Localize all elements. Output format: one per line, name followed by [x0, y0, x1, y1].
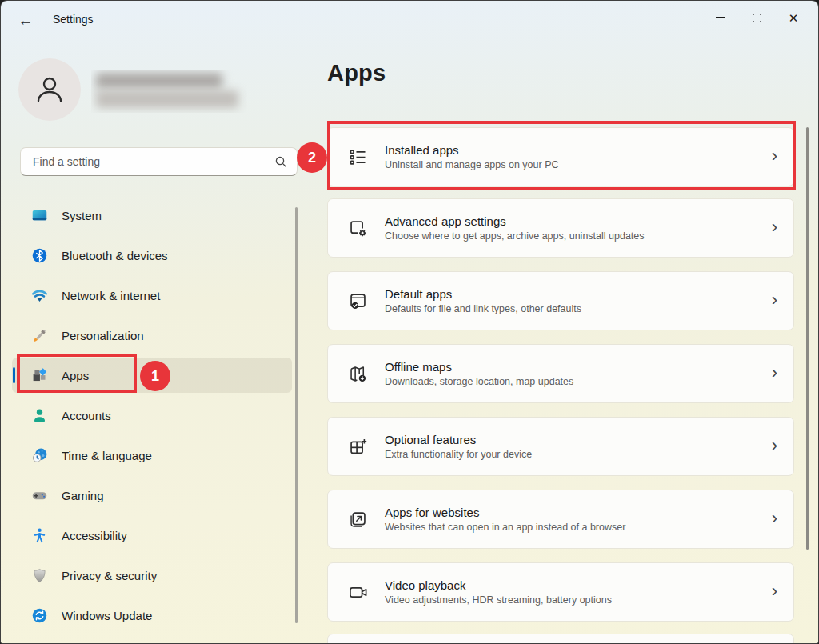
search-input[interactable]: Find a setting [20, 147, 298, 176]
gamepad-icon [31, 487, 48, 504]
clock-globe-icon [31, 447, 48, 464]
bluetooth-icon [31, 247, 48, 264]
sidebar-item-label: Bluetooth & devices [62, 249, 168, 262]
sidebar-item-accessibility[interactable]: Accessibility [12, 518, 292, 553]
sidebar-item-gaming[interactable]: Gaming [12, 478, 292, 513]
annotation-step-2: 2 [297, 142, 327, 173]
back-button[interactable]: ← [12, 9, 39, 33]
monitor-icon [31, 207, 48, 224]
apps-icon [31, 367, 48, 384]
card-partial-next[interactable] [327, 634, 794, 644]
chevron-right-icon: › [772, 508, 777, 529]
sidebar-item-label: System [62, 209, 102, 222]
card-subtitle: Websites that can open in an app instead… [385, 522, 625, 533]
chevron-right-icon: › [772, 146, 777, 166]
card-title: Apps for websites [385, 506, 625, 519]
user-name-redacted [91, 70, 247, 113]
card-title: Video playback [385, 578, 612, 592]
sidebar-item-label: Gaming [62, 489, 104, 502]
sidebar-item-label: Privacy & security [62, 569, 157, 582]
app-check-icon [347, 290, 369, 312]
accessibility-icon [31, 527, 48, 544]
sidebar-item-label: Accounts [62, 409, 111, 422]
card-subtitle: Choose where to get apps, archive apps, … [385, 230, 645, 242]
paintbrush-icon [31, 327, 48, 344]
chevron-right-icon: › [772, 290, 777, 310]
person-icon [31, 407, 48, 424]
chevron-right-icon: › [772, 581, 777, 602]
sync-icon [31, 607, 48, 624]
grid-plus-icon [347, 436, 369, 458]
titlebar: ← Settings ✕ [1, 1, 818, 39]
card-apps-for-websites[interactable]: Apps for websites Websites that can open… [327, 490, 794, 549]
window-controls: ✕ [701, 1, 812, 34]
card-offline-maps[interactable]: Offline maps Downloads, storage location… [327, 344, 794, 403]
wifi-icon [31, 287, 48, 304]
close-icon[interactable]: ✕ [775, 1, 812, 34]
sidebar-item-label: Accessibility [62, 529, 127, 542]
card-subtitle: Extra functionality for your device [385, 449, 532, 460]
settings-window: ← Settings ✕ Find a setting [0, 0, 819, 644]
card-installed-apps[interactable]: Installed apps Uninstall and manage apps… [327, 127, 794, 186]
sidebar-item-personalization[interactable]: Personalization [12, 318, 292, 353]
chevron-right-icon: › [772, 217, 777, 238]
card-optional-features[interactable]: Optional features Extra functionality fo… [327, 417, 794, 476]
selected-indicator [13, 367, 15, 383]
sidebar-item-label: Windows Update [62, 609, 152, 622]
card-title: Offline maps [385, 360, 573, 374]
map-download-icon [347, 363, 369, 385]
card-title: Installed apps [385, 143, 559, 157]
person-outline-icon [32, 72, 67, 107]
maximize-icon[interactable] [738, 1, 775, 34]
sidebar-item-system[interactable]: System [12, 198, 292, 233]
card-subtitle: Downloads, storage location, map updates [385, 376, 573, 387]
window-title: Settings [53, 13, 94, 26]
external-link-icon [347, 509, 369, 530]
card-default-apps[interactable]: Default apps Defaults for file and link … [327, 271, 794, 330]
card-subtitle: Defaults for file and link types, other … [385, 303, 581, 314]
sidebar-item-label: Network & internet [62, 289, 160, 302]
search-icon [274, 155, 287, 168]
sidebar-item-label: Apps [62, 369, 89, 382]
sidebar-item-label: Time & language [62, 449, 152, 462]
avatar[interactable] [18, 58, 81, 121]
sidebar-item-label: Personalization [62, 329, 144, 342]
card-subtitle: Uninstall and manage apps on your PC [385, 159, 559, 170]
list-icon [347, 146, 369, 168]
main-scrollbar[interactable] [806, 127, 809, 550]
sidebar-item-privacy[interactable]: Privacy & security [12, 558, 292, 593]
app-gear-icon [347, 218, 369, 239]
video-camera-icon [347, 582, 369, 603]
sidebar-scrollbar[interactable] [295, 207, 298, 623]
sidebar-item-bluetooth[interactable]: Bluetooth & devices [12, 238, 292, 273]
card-title: Default apps [385, 287, 581, 301]
page-title: Apps [327, 60, 386, 86]
sidebar-item-accounts[interactable]: Accounts [12, 398, 292, 433]
search-placeholder: Find a setting [33, 155, 274, 168]
sidebar-item-time-language[interactable]: Time & language [12, 438, 292, 473]
sidebar-item-windows-update[interactable]: Windows Update [12, 598, 292, 633]
minimize-icon[interactable] [701, 1, 738, 34]
card-subtitle: Video adjustments, HDR streaming, batter… [385, 594, 612, 606]
card-title: Advanced app settings [385, 214, 645, 228]
card-video-playback[interactable]: Video playback Video adjustments, HDR st… [327, 562, 794, 622]
chevron-right-icon: › [772, 435, 777, 456]
shield-icon [31, 567, 48, 584]
sidebar-item-network[interactable]: Network & internet [12, 278, 292, 313]
card-advanced-app-settings[interactable]: Advanced app settings Choose where to ge… [327, 198, 794, 258]
annotation-step-1: 1 [140, 361, 170, 391]
chevron-right-icon: › [772, 362, 777, 383]
card-title: Optional features [385, 433, 532, 446]
